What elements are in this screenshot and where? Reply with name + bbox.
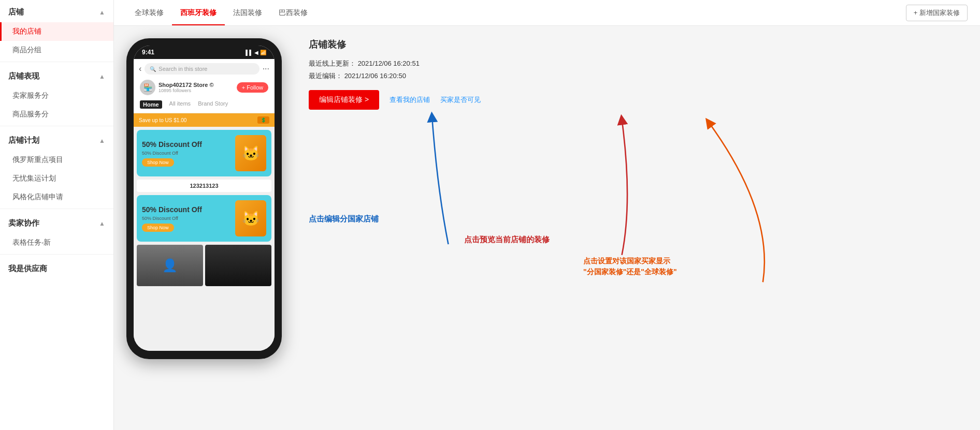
avatar: 🏪: [140, 80, 155, 95]
phone-body: 9:41 ▌▌ ◀ 📶 ‹ 🔍 Search in this store ···: [126, 38, 282, 359]
phone-time: 9:41: [142, 49, 154, 56]
phone-nav: Home All items Brand Story: [139, 97, 269, 111]
promo-image-1: 🐱: [235, 135, 266, 171]
sidebar-item-task[interactable]: 表格任务-新: [0, 233, 113, 252]
store-details: Shop402172 Store © 10895 followers: [158, 82, 214, 93]
sidebar-item-styled-store[interactable]: 风格化店铺申请: [0, 188, 113, 206]
divider: [0, 62, 113, 62]
grid-item-1: 👤: [137, 245, 203, 286]
edit-store-button[interactable]: 编辑店铺装修 >: [309, 90, 379, 110]
buyer-visible-link[interactable]: 买家是否可见: [440, 95, 481, 105]
sidebar-item-wuyou[interactable]: 无忧集运计划: [0, 169, 113, 188]
phone-nav-brand[interactable]: Brand Story: [198, 100, 228, 109]
phone-status-icons: ▌▌ ◀ 📶: [246, 50, 266, 55]
phone-nav-all-items[interactable]: All items: [169, 100, 191, 109]
add-country-button[interactable]: + 新增国家装修: [906, 5, 968, 21]
sidebar-item-seller-service[interactable]: 卖家服务分: [0, 86, 113, 105]
search-icon: 🔍: [150, 66, 156, 72]
sidebar-section-store[interactable]: 店铺 ▲: [0, 0, 113, 22]
divider: [0, 126, 113, 126]
promo-sub-2: 50% Discount Off: [142, 216, 202, 221]
chevron-up-icon: ▲: [99, 73, 105, 80]
tabs-bar: 全球装修 西班牙装修 法国装修 巴西装修 + 新增国家装修: [114, 0, 980, 26]
sidebar-section-collab[interactable]: 卖家协作 ▲: [0, 211, 113, 233]
phone-nav-home[interactable]: Home: [140, 100, 162, 109]
phone-top-banner: Save up to US $1.00 💲: [134, 113, 275, 127]
content-area: 9:41 ▌▌ ◀ 📶 ‹ 🔍 Search in this store ···: [114, 26, 980, 430]
tab-spain[interactable]: 西班牙装修: [172, 0, 225, 25]
main-content: 全球装修 西班牙装修 法国装修 巴西装修 + 新增国家装修 9:41 ▌▌ ◀ …: [114, 0, 980, 430]
promo-image-2: 🐱: [235, 200, 266, 236]
promo-sub-1: 50% Discount Off: [142, 151, 202, 156]
tab-global[interactable]: 全球装修: [126, 0, 172, 25]
followers: 10895 followers: [158, 88, 214, 93]
chevron-up-icon: ▲: [99, 137, 105, 144]
phone-store-row: 🏪 Shop402172 Store © 10895 followers + F…: [139, 78, 269, 97]
phone-mockup: 9:41 ▌▌ ◀ 📶 ‹ 🔍 Search in this store ···: [126, 38, 292, 418]
grid-item-2: [205, 245, 271, 286]
sidebar-item-russia[interactable]: 俄罗斯重点项目: [0, 151, 113, 169]
tab-france[interactable]: 法国装修: [225, 0, 270, 25]
sidebar-section-plan[interactable]: 店铺计划 ▲: [0, 128, 113, 151]
divider: [0, 254, 113, 255]
search-placeholder: Search in this store: [158, 66, 207, 72]
annotation-label-3: 点击设置对该国家买家显示"分国家装修"还是"全球装修": [583, 256, 677, 277]
tab-brazil[interactable]: 巴西装修: [270, 0, 316, 25]
promo-title-2: 50% Discount Off: [142, 205, 202, 214]
banner-text: Save up to US $1.00: [139, 117, 186, 123]
divider: [0, 209, 113, 209]
promo-left-1: 50% Discount Off 50% Discount Off Shop N…: [142, 140, 202, 167]
sidebar-section-performance[interactable]: 店铺表现 ▲: [0, 64, 113, 86]
coupon-icon: 💲: [257, 116, 269, 124]
phone-search-box[interactable]: 🔍 Search in this store: [145, 63, 259, 75]
phone-store-info: 🏪 Shop402172 Store © 10895 followers: [140, 80, 214, 95]
phone-screen: 9:41 ▌▌ ◀ 📶 ‹ 🔍 Search in this store ···: [134, 46, 275, 351]
info-last-online: 最近线上更新： 2021/12/06 16:20:51: [309, 59, 968, 68]
phone-bottom-grid: 👤: [137, 245, 271, 286]
annotation-label-1: 点击编辑分国家店铺: [309, 214, 379, 224]
more-icon[interactable]: ···: [263, 64, 269, 73]
shop-now-button-1[interactable]: Shop Now: [142, 158, 174, 167]
sidebar-item-product-service[interactable]: 商品服务分: [0, 105, 113, 124]
promo-left-2: 50% Discount Off 50% Discount Off Shop N…: [142, 205, 202, 232]
promo-title-1: 50% Discount Off: [142, 140, 202, 149]
last-edit-value: 2021/12/06 16:20:50: [344, 72, 406, 80]
store-name: Shop402172 Store ©: [158, 82, 214, 88]
sidebar-item-my-store[interactable]: 我的店铺: [0, 22, 113, 41]
chevron-up-icon: ▲: [99, 9, 105, 16]
phone-search-row: ‹ 🔍 Search in this store ···: [139, 63, 269, 75]
phone-promo-card-2: 50% Discount Off 50% Discount Off Shop N…: [137, 195, 271, 242]
phone-header: ‹ 🔍 Search in this store ··· 🏪: [134, 59, 275, 113]
last-online-value: 2021/12/06 16:20:51: [358, 60, 420, 67]
sidebar-section-supplier[interactable]: 我是供应商: [0, 257, 113, 279]
info-panel: 店铺装修 最近线上更新： 2021/12/06 16:20:51 最近编辑： 2…: [309, 38, 968, 418]
shop-now-button-2[interactable]: Shop Now: [142, 224, 174, 232]
sidebar: 店铺 ▲ 我的店铺 商品分组 店铺表现 ▲ 卖家服务分 商品服务分 店铺计划 ▲…: [0, 0, 114, 430]
follow-button[interactable]: + Follow: [237, 82, 268, 93]
annotation-label-2: 点击预览当前店铺的装修: [464, 235, 550, 245]
back-icon[interactable]: ‹: [139, 64, 141, 73]
chevron-up-icon: ▲: [99, 220, 105, 227]
info-title: 店铺装修: [309, 38, 968, 51]
preview-store-link[interactable]: 查看我的店铺: [390, 95, 430, 105]
sidebar-item-product-group[interactable]: 商品分组: [0, 41, 113, 60]
info-last-edit: 最近编辑： 2021/12/06 16:20:50: [309, 71, 968, 81]
phone-section-title: 123213123: [137, 180, 271, 192]
phone-content-body: Save up to US $1.00 💲 50% Discount Off 5…: [134, 113, 275, 351]
info-actions: 编辑店铺装修 > 查看我的店铺 买家是否可见: [309, 90, 968, 110]
phone-promo-card-1: 50% Discount Off 50% Discount Off Shop N…: [137, 130, 271, 176]
